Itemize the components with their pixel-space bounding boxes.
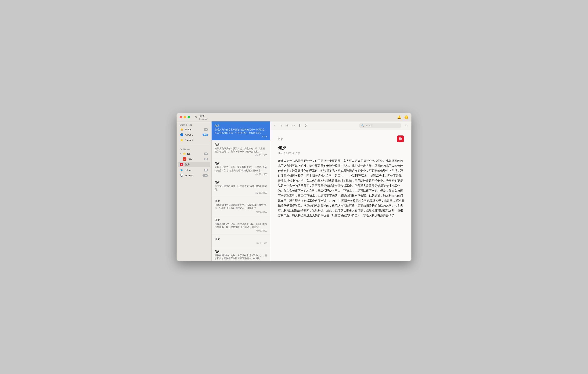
star-toolbar-icon[interactable]: ☆ (279, 124, 282, 128)
sidebar-item-wechat[interactable]: 💬 wechat 168 (178, 173, 210, 178)
article-time-3: Mar 10, 2023 (215, 173, 267, 175)
source-logo: 微 (397, 136, 404, 142)
wechat-badge: 168 (202, 174, 208, 177)
sidebar-folder-rss[interactable]: ▶ 📁 rss 62 (178, 151, 210, 156)
doc-toolbar-icon[interactable]: ▭ (292, 124, 295, 128)
article-preview-6: 昨晚说到的产业政策，同样适用于传媒。新闻自由和贸易自由一样，都是"强则自由贸易，… (215, 223, 267, 229)
viewer-toolbar: ○ ☆ ◎ ▭ ⬆ ⊘ 🔍 ≫ (270, 121, 411, 130)
today-icon: ☀️ (180, 128, 183, 131)
article-preview-8: 苏联举国体制的失败，在于没有市场（互助会），需求和供给都依靠官僚计算和下达指令。… (215, 254, 267, 260)
article-title-2: 何夕 (215, 143, 267, 147)
article-preview-3: 去年之所以乃（是的，至今耿耿于怀），我反思后的结论是：① 水电龙头出现"收购利好… (215, 166, 267, 172)
sidebar-starred-label: Starred (185, 139, 208, 141)
sidebar-item-twitter[interactable]: 🐦 twitter 40 (178, 168, 210, 173)
article-item-2[interactable]: 何夕 如果从我帮我爸盯股票算起，我也算有20年以上经验的老股民了。虽然水平一般，… (212, 140, 270, 159)
check-toolbar-icon[interactable]: ◎ (286, 124, 289, 128)
sidebar: Smart Feeds ☀️ Today 16 🔵 All Un... 270 … (177, 121, 212, 261)
weibo-icon: 微 (180, 163, 183, 166)
article-item-1[interactable]: 何夕 普通人为什么尽量不要读纯文科的另外一个原因是，富人可以给孩子捐一个名校学位… (212, 121, 270, 140)
twitter-icon: 🐦 (180, 169, 183, 172)
emoji-icon[interactable]: 😊 (404, 115, 409, 119)
36kr-label: 36kr (188, 158, 202, 160)
folder-icon: 📁 (183, 152, 186, 155)
weibo-label: 何夕 (185, 163, 208, 166)
sidebar-today-label: Today (185, 128, 202, 131)
article-list: 何夕 普通人为什么尽量不要读纯文科的另外一个原因是，富人可以给孩子捐一个名校学位… (212, 121, 270, 261)
36kr-badge: 62 (204, 158, 208, 160)
twitter-label: twitter (185, 169, 202, 172)
search-icon: 🔍 (361, 124, 364, 127)
search-input[interactable] (365, 124, 396, 127)
rss-folder-label: rss (187, 152, 202, 155)
article-preview-1: 普通人为什么尽量不要读纯文科的另外一个原因是，富人可以给孩子捐一个名校学位。比如… (215, 128, 267, 135)
block-toolbar-icon[interactable]: ⊘ (304, 124, 307, 128)
article-time-6: Mar 9, 2023 (215, 230, 267, 232)
article-item-8[interactable]: 何夕 苏联举国体制的失败，在于没有市场（互助会），需求和供给都依靠官僚计算和下达… (212, 247, 270, 261)
article-item-6[interactable]: 何夕 昨晚说到的产业政策，同样适用于传媒。新闻自由和贸易自由一样，都是"强则自由… (212, 216, 270, 235)
sidebar-item-today[interactable]: ☀️ Today 16 (178, 127, 210, 132)
article-title-4: 何夕 (215, 181, 267, 184)
all-unread-icon: 🔵 (180, 133, 183, 136)
article-item-7[interactable]: 何夕 Mar 8, 2023 (212, 235, 270, 247)
article-time-1: 10:09 (215, 135, 267, 138)
titlebar-actions: 🔔 😊 (397, 115, 409, 119)
article-date: Mar 12, 2023 at 10:09 (278, 152, 404, 155)
smart-feeds-label: Smart Feeds (177, 121, 211, 127)
article-item-5[interactable]: 何夕 强则新闻自由，弱则国家安全。高喊"新闻自由"的美帝，对待TikTok 这种… (212, 197, 270, 216)
share-toolbar-icon[interactable]: ⬆ (298, 124, 301, 128)
wechat-icon: 💬 (180, 174, 183, 177)
starred-icon: ⭐ (180, 139, 183, 141)
refresh-icon[interactable]: ↻ (195, 115, 197, 119)
search-box: 🔍 (359, 123, 401, 128)
article-title-3: 何夕 (215, 162, 267, 165)
article-item-3[interactable]: 何夕 去年之所以乃（是的，至今耿耿于怀），我反思后的结论是：① 水电龙头出现"收… (212, 159, 270, 178)
all-unread-badge: 270 (202, 134, 208, 136)
viewer-content: 何夕 微 何夕 Mar 12, 2023 at 10:09 普通人为什么尽量不要… (270, 130, 411, 261)
article-item-4[interactable]: 何夕 中国互联网能不能打，以下榜单至少可以部分说明问题。 Mar 10, 202… (212, 178, 270, 197)
today-badge: 16 (204, 128, 208, 131)
article-time-5: Mar 9, 2023 (215, 211, 267, 213)
on-my-mac-label: On My Mac (177, 146, 211, 151)
main-layout: Smart Feeds ☀️ Today 16 🔵 All Un... 270 … (177, 121, 411, 261)
notification-icon[interactable]: 🔔 (397, 115, 401, 119)
article-heading: 何夕 (278, 145, 404, 151)
sidebar-all-unread-label: All Un... (185, 133, 201, 136)
traffic-lights (179, 116, 190, 118)
sidebar-item-weibo[interactable]: 微 何夕 (178, 162, 210, 167)
article-time-7: Mar 8, 2023 (215, 242, 267, 245)
unread-count: 0 unread (199, 118, 207, 120)
article-preview-5: 强则新闻自由，弱则国家安全。高喊"新闻自由"的美帝，对待TikTok 这种强势产… (215, 203, 267, 210)
rss-badge: 62 (204, 152, 208, 155)
sidebar-item-starred[interactable]: ⭐ Starred (178, 138, 210, 142)
article-title-6: 何夕 (215, 218, 267, 222)
article-time-4: Mar 10, 2023 (215, 192, 267, 194)
main-window: ↻ 何夕 0 unread 🔔 😊 Smart Feeds ☀️ Today 1… (177, 113, 411, 261)
folder-arrow-icon: ▶ (180, 153, 181, 155)
twitter-badge: 40 (204, 169, 208, 171)
titlebar: ↻ 何夕 0 unread 🔔 😊 (177, 113, 411, 121)
circle-toolbar-icon[interactable]: ○ (274, 124, 276, 128)
sidebar-item-36kr[interactable]: 36 36kr 62 (178, 156, 210, 162)
fullscreen-button[interactable] (188, 116, 190, 118)
sidebar-divider-1 (179, 144, 209, 144)
expand-icon[interactable]: ≫ (404, 124, 408, 127)
feed-title-info: 何夕 0 unread (199, 114, 207, 120)
article-body: 普通人为什么尽量不要读纯文科的另外一个原因是，富人可以给孩子捐一个名校学位。比如… (278, 158, 404, 218)
article-viewer: ○ ☆ ◎ ▭ ⬆ ⊘ 🔍 ≫ 何夕 微 何夕 Mar (270, 121, 411, 261)
minimize-button[interactable] (184, 116, 186, 118)
article-preview-4: 中国互联网能不能打，以下榜单至少可以部分说明问题。 (215, 185, 267, 191)
article-title-1: 何夕 (215, 124, 267, 128)
article-preview-2: 如果从我帮我爸盯股票算起，我也算有20年以上经验的老股民了。虽然水平一般，但毕竟… (215, 147, 267, 153)
article-source: 何夕 微 (278, 136, 404, 142)
article-title-7: 何夕 (215, 237, 267, 241)
36kr-icon: 36 (183, 157, 186, 161)
source-name: 何夕 (278, 137, 283, 140)
article-time-2: Mar 11, 2023 (215, 154, 267, 156)
sidebar-item-all-unread[interactable]: 🔵 All Un... 270 (178, 132, 210, 137)
article-title-5: 何夕 (215, 200, 267, 203)
close-button[interactable] (179, 116, 182, 118)
feed-title: 何夕 (199, 114, 207, 118)
article-title-8: 何夕 (215, 250, 267, 253)
wechat-label: wechat (185, 174, 201, 177)
